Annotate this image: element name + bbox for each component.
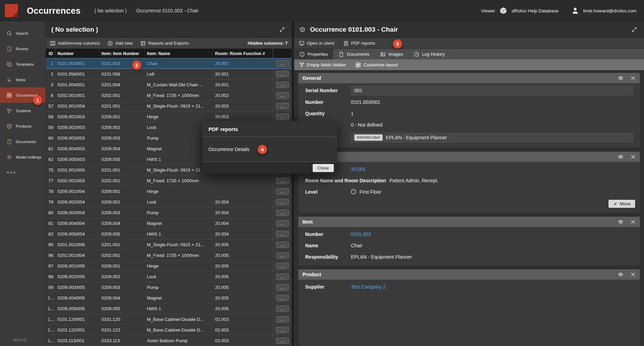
sidebar-item-search[interactable]: Search: [0, 25, 45, 41]
eye-icon[interactable]: [618, 154, 623, 160]
database-name[interactable]: dRofus Help Database: [512, 8, 558, 13]
table-row[interactable]: 1360103.113/0010103.113Aortic Balloon Pu…: [46, 335, 292, 346]
sidebar-item-items[interactable]: Items: [0, 72, 45, 87]
row-more-button[interactable]: …: [276, 71, 289, 77]
table-row[interactable]: 770202.001/0030202.001M_Fixed: 1735 × 10…: [46, 175, 292, 186]
sidebar-item-templates[interactable]: Templates: [0, 56, 45, 72]
row-more-button[interactable]: …: [276, 316, 289, 323]
row-more-button[interactable]: …: [276, 295, 289, 301]
column-header-room[interactable]: Room: Room Function #: [213, 49, 273, 58]
cell-actions: …: [273, 325, 292, 335]
row-more-button[interactable]: …: [276, 199, 289, 205]
table-row[interactable]: 580209.001/0030209.001Hinge20.003…: [46, 111, 292, 122]
radio-button[interactable]: [351, 189, 356, 194]
row-more-button[interactable]: …: [276, 188, 289, 195]
column-header-itemno[interactable]: Item: Item Number: [99, 49, 145, 58]
row-more-button[interactable]: …: [276, 209, 289, 216]
row-more-button[interactable]: …: [276, 92, 289, 99]
customize-layout-button[interactable]: Customize layout: [355, 62, 398, 68]
table-row[interactable]: 980209.002/0050209.002Lock20.005…: [46, 271, 292, 282]
eye-icon[interactable]: [618, 219, 623, 225]
row-more-button[interactable]: …: [276, 177, 289, 184]
sidebar-item-products[interactable]: Products: [0, 118, 45, 134]
close-icon[interactable]: [630, 219, 636, 225]
breadcrumb-occurrence[interactable]: Occurrence 0101.003 - Chair: [136, 8, 198, 13]
cell-item-name: Hinge: [145, 189, 213, 194]
tutorial-badge-3: 3: [393, 39, 402, 48]
table-row[interactable]: 790209.002/0040209.002Lock20.004…: [46, 197, 292, 207]
row-more-button[interactable]: …: [276, 82, 289, 88]
row-more-button[interactable]: …: [276, 263, 289, 269]
row-more-button[interactable]: …: [276, 231, 289, 237]
eye-icon[interactable]: [618, 75, 623, 81]
table-row[interactable]: 80202.001/0010202.001M_Fixed: 1735 × 100…: [46, 90, 292, 101]
breadcrumb-no-selection[interactable]: ( No selection ): [94, 8, 127, 13]
row-more-button[interactable]: …: [276, 220, 289, 227]
column-header-name[interactable]: Item: Name: [145, 49, 213, 58]
expand-detail-button[interactable]: [629, 24, 640, 35]
sidebar-item-documents[interactable]: Documents: [0, 134, 45, 149]
table-row[interactable]: 970209.001/0050209.001Hinge20.005…: [46, 261, 292, 271]
tab-images[interactable]: Images: [375, 49, 409, 60]
cell-item-name: Pump: [145, 210, 213, 215]
value-field[interactable]: 001: [351, 86, 633, 95]
reports-exports-button[interactable]: Reports and Exports: [140, 41, 189, 46]
sidebar-item-rooms[interactable]: Rooms: [0, 41, 45, 56]
sidebar-collapse[interactable]: <<<: [0, 165, 45, 175]
table-row[interactable]: 20101.058/0010101.058Left20.001…: [46, 69, 292, 79]
add-remove-columns-button[interactable]: Add/remove columns: [50, 41, 100, 46]
table-row[interactable]: 570201.001/0040201.001M_Single-Flush: 09…: [46, 101, 292, 111]
dialog-report-item-label: Occurrence Details: [208, 147, 249, 152]
row-more-button[interactable]: …: [276, 284, 289, 291]
open-in-client-button[interactable]: Open in client: [299, 41, 334, 46]
row-more-button[interactable]: …: [276, 113, 289, 120]
tab-documents[interactable]: Documents: [333, 49, 375, 60]
row-more-button[interactable]: …: [276, 241, 289, 248]
value-link[interactable]: 20.001: [351, 166, 366, 172]
sidebar-item-systems[interactable]: Systems: [0, 103, 45, 118]
value-link[interactable]: Test Company 2: [351, 284, 386, 290]
add-new-button[interactable]: Add new: [107, 41, 133, 46]
value-field[interactable]: Inherited valueEPLAN - Equipment Planner: [351, 133, 633, 142]
row-more-button[interactable]: …: [276, 273, 289, 280]
close-button[interactable]: Close: [313, 164, 334, 172]
table-row[interactable]: 800209.003/0040209.003Pump20.004…: [46, 207, 292, 218]
row-more-button[interactable]: …: [276, 327, 289, 333]
user-email[interactable]: brok.howard@drofus.com: [583, 8, 636, 13]
row-more-button[interactable]: …: [276, 103, 289, 109]
dialog-items: Occurrence Details4: [202, 137, 337, 162]
table-row[interactable]: 820209.005/0040209.005HWS 120.004…: [46, 229, 292, 239]
table-row[interactable]: 30201.004/0010201.004M_Curtain Wall Dbl …: [46, 79, 292, 90]
table-row[interactable]: 990209.003/0050209.003Pump20.005…: [46, 282, 292, 293]
sidebar-item-model-settings[interactable]: Model settings: [0, 149, 45, 165]
table-row[interactable]: 1000209.004/0050209.004Magnet20.005…: [46, 293, 292, 303]
tab-properties[interactable]: Properties: [294, 49, 333, 60]
expand-panel-button[interactable]: [277, 24, 288, 35]
column-header-id[interactable]: ID: [46, 49, 55, 58]
property-row: ResponsibilityEPLAN - Equipment Planner: [298, 251, 640, 262]
table-row[interactable]: 780209.001/0040209.001Hinge…: [46, 186, 292, 197]
value-link[interactable]: 0101.003: [351, 231, 371, 237]
table-row[interactable]: 960202.001/0040202.001M_Fixed: 1735 × 10…: [46, 250, 292, 261]
row-more-button[interactable]: …: [276, 305, 289, 312]
tab-log-history[interactable]: Log History: [409, 49, 450, 60]
table-row[interactable]: 1340101.120/0010101.120M_Base Cabinet-Do…: [46, 314, 292, 325]
close-icon[interactable]: [630, 75, 636, 81]
table-row[interactable]: 10101.003/0010101.003Chair20.001…: [46, 58, 292, 69]
row-more-button[interactable]: …: [276, 60, 289, 67]
column-header-num[interactable]: Number: [55, 49, 99, 58]
row-more-button[interactable]: …: [276, 337, 289, 344]
move-button[interactable]: Move: [609, 200, 635, 208]
table-row[interactable]: 1350101.122/0010101.122M_Base Cabinet-Do…: [46, 325, 292, 335]
add-new-label: Add new: [115, 41, 133, 46]
empty-fields-hidden-button[interactable]: Empty fields hidden: [299, 62, 346, 68]
close-icon[interactable]: [630, 154, 636, 160]
table-row[interactable]: 950201.001/0060201.001M_Single-Flush: 09…: [46, 239, 292, 250]
pdf-reports-button[interactable]: PDF reports: [343, 41, 375, 46]
eye-icon[interactable]: [618, 272, 623, 277]
table-row[interactable]: 810209.004/0040209.004Magnet20.004…: [46, 218, 292, 229]
close-icon[interactable]: [630, 272, 636, 277]
table-row[interactable]: 1010209.005/0050209.005HWS 120.005…: [46, 303, 292, 314]
row-more-button[interactable]: …: [276, 252, 289, 259]
dialog-report-item[interactable]: Occurrence Details4: [208, 145, 331, 154]
